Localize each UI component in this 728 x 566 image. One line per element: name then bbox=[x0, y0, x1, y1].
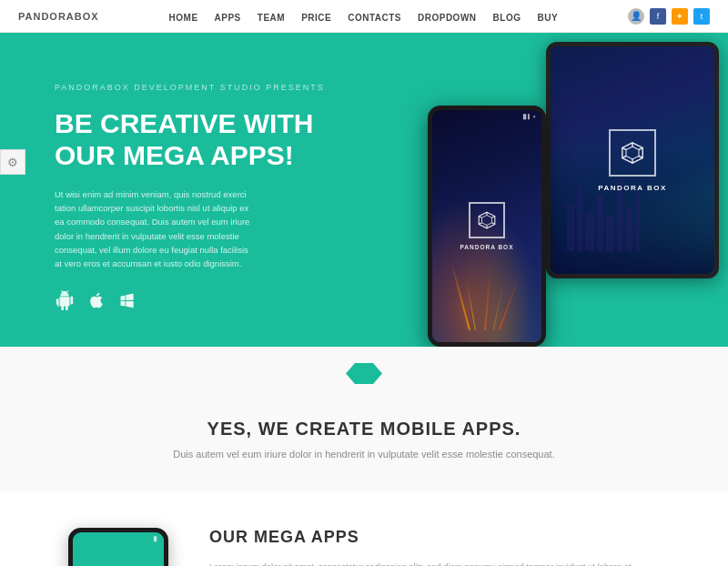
twitter-icon[interactable]: t bbox=[693, 8, 710, 25]
nav-link-buy[interactable]: BUY bbox=[537, 13, 558, 23]
navbar-brand[interactable]: PANDORABOX bbox=[18, 11, 99, 22]
app-content-description: Lorem ipsum dolor sit amet, consectetur … bbox=[209, 560, 655, 566]
app-showcase-screen: ▐▌ YOUR MEGA APP bbox=[73, 532, 164, 566]
nav-item-home[interactable]: HOME bbox=[169, 8, 198, 25]
hero-studio-label: PANDORABOX DEVELOPMENT STUDIO PRESENTS bbox=[55, 83, 701, 92]
nav-link-dropdown[interactable]: DROPDOWN bbox=[418, 13, 477, 23]
hex-divider bbox=[0, 347, 728, 391]
navbar: PANDORABOX HOME APPS TEAM PRICE CONTACTS… bbox=[0, 0, 728, 33]
nav-item-apps[interactable]: APPS bbox=[215, 8, 241, 25]
app-phone-container: ▐▌ YOUR MEGA APP bbox=[0, 519, 182, 566]
nav-link-price[interactable]: PRICE bbox=[301, 13, 331, 23]
nav-item-blog[interactable]: BLOG bbox=[493, 8, 521, 25]
phone-app-name: PANDORA BOX bbox=[460, 244, 513, 250]
nav-item-dropdown[interactable]: DROPDOWN bbox=[418, 8, 477, 25]
mid-title: YES, WE CREATE MOBILE APPS. bbox=[0, 419, 728, 440]
android-icon bbox=[55, 290, 75, 315]
svg-marker-9 bbox=[482, 216, 492, 226]
facebook-icon[interactable]: f bbox=[650, 8, 666, 25]
navbar-links: HOME APPS TEAM PRICE CONTACTS DROPDOWN B… bbox=[169, 8, 559, 25]
nav-item-contacts[interactable]: CONTACTS bbox=[348, 8, 401, 25]
nav-item-team[interactable]: TEAM bbox=[258, 8, 285, 25]
phone-app-logo bbox=[469, 202, 505, 238]
tablet-app-logo bbox=[609, 129, 656, 177]
windows-icon bbox=[118, 291, 136, 314]
app-showcase-phone: ▐▌ YOUR MEGA APP bbox=[68, 528, 168, 566]
mid-subtitle: Duis autem vel eum iriure dolor in hendr… bbox=[146, 449, 582, 460]
hero-title: BE CREATIVE WITH OUR MEGA APPS! bbox=[55, 108, 701, 171]
app-content: OUR MEGA APPS Lorem ipsum dolor sit amet… bbox=[182, 519, 728, 566]
apple-icon bbox=[87, 291, 106, 314]
nav-link-apps[interactable]: APPS bbox=[215, 13, 241, 23]
hero-title-line1: BE CREATIVE WITH bbox=[55, 108, 313, 138]
phone-screen: ▐▌▌ ✦ PANDORA BOX bbox=[432, 110, 541, 342]
hero-section: ⚙ PANDORABOX DEVELOPMENT STUDIO PRESENTS… bbox=[0, 33, 728, 347]
app-section: ‹ ▐▌ YOUR MEGA APP OUR MEGA APPS Lor bbox=[0, 491, 728, 566]
person-icon[interactable]: 👤 bbox=[628, 8, 644, 25]
navbar-social-icons: 👤 f ✦ t bbox=[628, 8, 710, 25]
svg-marker-1 bbox=[626, 147, 639, 159]
app-phone-status: ▐▌ bbox=[152, 536, 158, 541]
phone-status-bar: ▐▌▌ ✦ bbox=[521, 114, 536, 119]
nav-link-blog[interactable]: BLOG bbox=[493, 13, 521, 23]
hero-title-line2: OUR MEGA APPS! bbox=[55, 140, 294, 170]
rss-icon[interactable]: ✦ bbox=[672, 8, 688, 25]
nav-link-team[interactable]: TEAM bbox=[258, 13, 285, 23]
hero-description: Ut wisi enim ad minim veniam, quis nostr… bbox=[55, 187, 255, 270]
mid-section: YES, WE CREATE MOBILE APPS. Duis autem v… bbox=[0, 391, 728, 491]
hexagon-decoration bbox=[346, 363, 382, 384]
nav-link-contacts[interactable]: CONTACTS bbox=[348, 13, 401, 23]
phone-device: ▐▌▌ ✦ PANDORA BOX bbox=[428, 106, 546, 347]
tablet-app-name: PANDORA BOX bbox=[598, 184, 667, 192]
platform-icons bbox=[55, 290, 701, 315]
nav-item-buy[interactable]: BUY bbox=[537, 8, 558, 25]
nav-link-home[interactable]: HOME bbox=[169, 13, 198, 23]
app-content-title: OUR MEGA APPS bbox=[209, 528, 655, 547]
nav-item-price[interactable]: PRICE bbox=[301, 8, 331, 25]
